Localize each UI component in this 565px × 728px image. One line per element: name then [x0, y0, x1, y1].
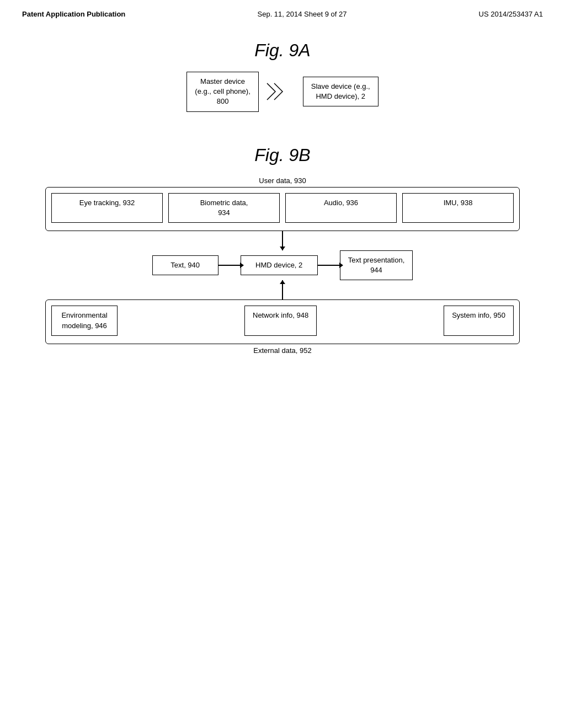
fig9a-section: Fig. 9A Master device(e.g., cell phone),…	[0, 40, 565, 112]
header-center: Sep. 11, 2014 Sheet 9 of 27	[258, 10, 347, 18]
down-arrow-line	[282, 231, 283, 250]
network-info-box: Network info, 948	[244, 306, 317, 335]
imu-box: IMU, 938	[402, 193, 514, 223]
user-data-boxes: Eye tracking, 932 Biometric data,934 Aud…	[51, 193, 514, 223]
header-left: Patent Application Publication	[22, 10, 125, 18]
ext-to-hmd-arrow	[45, 280, 520, 299]
up-arrowhead	[280, 280, 285, 284]
text-presentation-box: Text presentation,944	[340, 250, 413, 280]
wireless-connection-icon	[264, 81, 297, 103]
user-data-label: User data, 930	[45, 176, 520, 185]
biometric-data-box: Biometric data,934	[168, 193, 280, 223]
header-right: US 2014/253437 A1	[479, 10, 543, 18]
fig9b-label: Fig. 9B	[22, 145, 543, 165]
ext-data-bracket: Environmentalmodeling, 946 Network info,…	[45, 299, 520, 344]
ext-data-label: External data, 952	[45, 346, 520, 355]
user-to-hmd-arrow	[45, 231, 520, 250]
fig9b-section: Fig. 9B User data, 930 Eye tracking, 932…	[0, 145, 565, 355]
eye-tracking-box: Eye tracking, 932	[51, 193, 163, 223]
hmd-to-textpres-arrowhead	[339, 263, 343, 268]
env-modeling-box: Environmentalmodeling, 946	[51, 306, 118, 335]
text-to-hmd-arrow	[218, 265, 241, 266]
hmd-to-textpres-arrow	[318, 265, 340, 266]
master-device-box: Master device(e.g., cell phone),800	[186, 72, 258, 112]
user-data-bracket: Eye tracking, 932 Biometric data,934 Aud…	[45, 187, 520, 231]
fig9b-diagram: User data, 930 Eye tracking, 932 Biometr…	[45, 176, 520, 355]
audio-box: Audio, 936	[285, 193, 397, 223]
text-box: Text, 940	[152, 255, 218, 275]
down-arrowhead	[280, 247, 285, 250]
middle-row: Text, 940 HMD device, 2 Text presentatio…	[45, 250, 520, 280]
ext-data-boxes: Environmentalmodeling, 946 Network info,…	[51, 306, 514, 335]
slave-device-box: Slave device (e.g.,HMD device), 2	[303, 77, 379, 106]
text-to-hmd-arrowhead	[240, 263, 244, 268]
system-info-box: System info, 950	[444, 306, 514, 335]
fig9a-label: Fig. 9A	[22, 40, 543, 61]
hmd-device-box: HMD device, 2	[241, 255, 318, 275]
fig9a-diagram: Master device(e.g., cell phone),800 Slav…	[22, 72, 543, 112]
up-arrow-line	[282, 280, 283, 299]
page-header: Patent Application Publication Sep. 11, …	[0, 0, 565, 18]
